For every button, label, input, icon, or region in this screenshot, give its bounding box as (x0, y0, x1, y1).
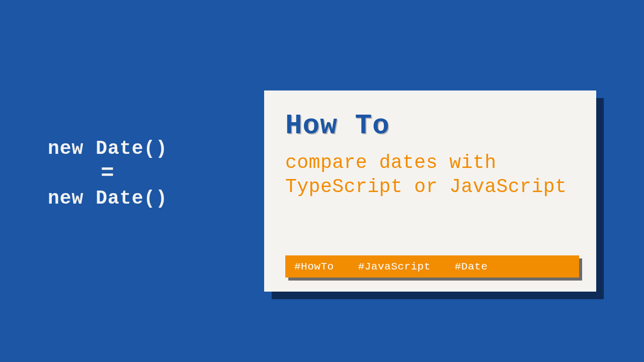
code-snippet: new Date() = new Date() (48, 136, 168, 212)
tags-bar: #HowTo #JavaScript #Date (285, 255, 579, 278)
tag-date: #Date (455, 261, 488, 273)
card-heading: How To (285, 110, 575, 142)
tag-howto: #HowTo (294, 261, 334, 273)
tag-javascript: #JavaScript (358, 261, 431, 273)
card-subtitle: compare dates with TypeScript or JavaScr… (285, 151, 575, 199)
code-line-2: new Date() (48, 186, 168, 211)
code-line-1: new Date() (48, 136, 168, 161)
title-card: How To compare dates with TypeScript or … (264, 90, 596, 292)
code-equals: = (48, 162, 168, 185)
